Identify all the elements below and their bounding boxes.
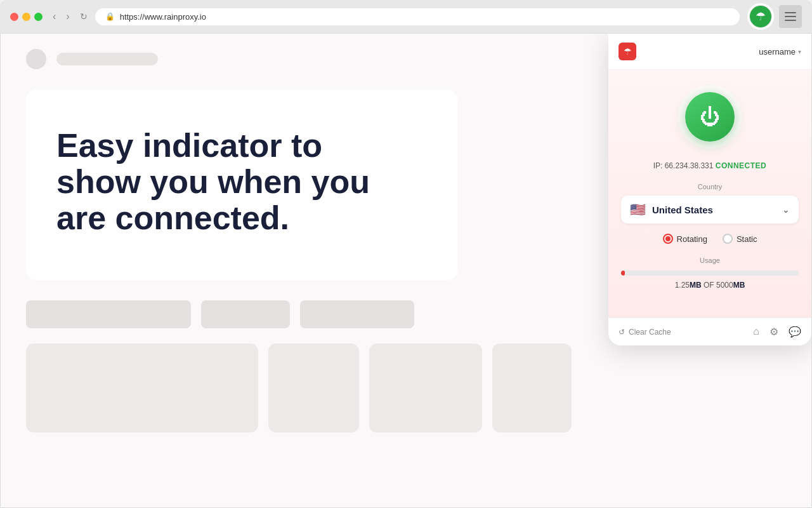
placeholder-block-3 <box>300 300 414 328</box>
usage-text: 1.25MB OF 5000MB <box>621 281 799 290</box>
usage-label: Usage <box>621 257 799 264</box>
close-button[interactable] <box>10 13 18 21</box>
card-placeholder-1 <box>26 344 258 432</box>
static-radio-label: Static <box>737 234 757 244</box>
ip-address: IP: 66.234.38.331 <box>653 161 714 170</box>
power-button-container: ⏻ <box>621 85 799 149</box>
footer-icons: ⌂ ⚙ 💬 <box>753 326 801 338</box>
browser-chrome: ‹ › ↻ 🔒 https://www.rainproxy.io ☂ <box>0 0 812 33</box>
back-button[interactable]: ‹ <box>50 10 58 23</box>
site-logo-placeholder <box>26 49 46 69</box>
clear-cache-icon: ↺ <box>619 328 625 337</box>
placeholder-block-2 <box>201 300 290 328</box>
clear-cache-button[interactable]: ↺ Clear Cache <box>619 328 671 337</box>
nav-buttons: ‹ › ↻ <box>50 10 88 23</box>
usage-used: 1.25 <box>675 281 690 290</box>
country-left: 🇺🇸 United States <box>630 202 713 217</box>
refresh-button[interactable]: ↻ <box>80 11 88 22</box>
popup-header: ☂ username ▾ <box>608 34 811 70</box>
menu-line-3 <box>785 20 796 21</box>
rainproxy-logo-icon: ☂ <box>756 10 766 23</box>
power-button[interactable]: ⏻ <box>685 92 735 142</box>
card-placeholder-3 <box>369 344 482 432</box>
clear-cache-label: Clear Cache <box>629 328 671 337</box>
address-bar[interactable]: 🔒 https://www.rainproxy.io <box>95 8 740 25</box>
browser-actions: ☂ <box>747 3 802 30</box>
browser-menu-button[interactable] <box>779 5 802 28</box>
traffic-lights <box>10 13 43 21</box>
usage-bar-fill <box>621 271 625 276</box>
username-text: username <box>759 47 796 57</box>
usage-of: OF <box>704 281 716 290</box>
usage-total: 5000 <box>716 281 733 290</box>
country-selector[interactable]: 🇺🇸 United States ⌄ <box>621 196 799 224</box>
chat-icon[interactable]: 💬 <box>789 326 801 338</box>
popup-footer: ↺ Clear Cache ⌂ ⚙ 💬 <box>608 318 811 345</box>
placeholder-block-1 <box>26 300 191 328</box>
forward-button[interactable]: › <box>63 10 72 23</box>
menu-line-2 <box>785 16 796 17</box>
extension-popup: ☂ username ▾ ⏻ IP: 66.234.38.331 <box>608 34 811 345</box>
rotating-radio-label: Rotating <box>677 234 707 244</box>
popup-username-button[interactable]: username ▾ <box>759 47 801 57</box>
usage-unit-total: MB <box>733 281 745 290</box>
power-button-outer: ⏻ <box>678 85 742 149</box>
country-label: Country <box>621 183 799 190</box>
menu-line-1 <box>785 12 796 13</box>
connected-label: CONNECTED <box>716 161 767 170</box>
site-nav-links-placeholder <box>56 53 158 65</box>
home-icon[interactable]: ⌂ <box>753 326 759 338</box>
country-flag-icon: 🇺🇸 <box>630 202 646 217</box>
minimize-button[interactable] <box>22 13 30 21</box>
popup-body: ⏻ IP: 66.234.38.331 CONNECTED Country 🇺🇸… <box>608 70 811 318</box>
hero-title: Easy indicator to show you when you are … <box>56 128 427 237</box>
rotating-radio-dot <box>663 234 673 244</box>
card-row <box>26 344 572 432</box>
hero-section: Easy indicator to show you when you are … <box>26 90 457 280</box>
username-chevron-icon: ▾ <box>798 48 801 55</box>
country-name-text: United States <box>652 204 713 215</box>
popup-logo-icon: ☂ <box>624 46 632 57</box>
settings-icon[interactable]: ⚙ <box>769 326 778 338</box>
static-radio-dot <box>723 234 733 244</box>
placeholder-row-1 <box>26 300 508 328</box>
static-radio-option[interactable]: Static <box>723 234 757 244</box>
usage-bar-container <box>621 271 799 276</box>
extension-avatar[interactable]: ☂ <box>747 3 774 30</box>
maximize-button[interactable] <box>34 13 43 21</box>
lock-icon: 🔒 <box>105 12 115 21</box>
card-placeholder-2 <box>268 344 359 432</box>
usage-unit-used: MB <box>690 281 702 290</box>
extension-logo-circle: ☂ <box>750 6 771 27</box>
proxy-type-radio-group: Rotating Static <box>621 234 799 244</box>
power-icon: ⏻ <box>700 105 720 129</box>
url-text: https://www.rainproxy.io <box>120 12 206 22</box>
browser-content: Easy indicator to show you when you are … <box>0 33 812 508</box>
card-placeholder-4 <box>492 344 572 432</box>
popup-logo: ☂ <box>619 43 636 60</box>
connection-status: IP: 66.234.38.331 CONNECTED <box>621 161 799 170</box>
country-dropdown-icon: ⌄ <box>782 204 790 215</box>
rotating-radio-option[interactable]: Rotating <box>663 234 707 244</box>
